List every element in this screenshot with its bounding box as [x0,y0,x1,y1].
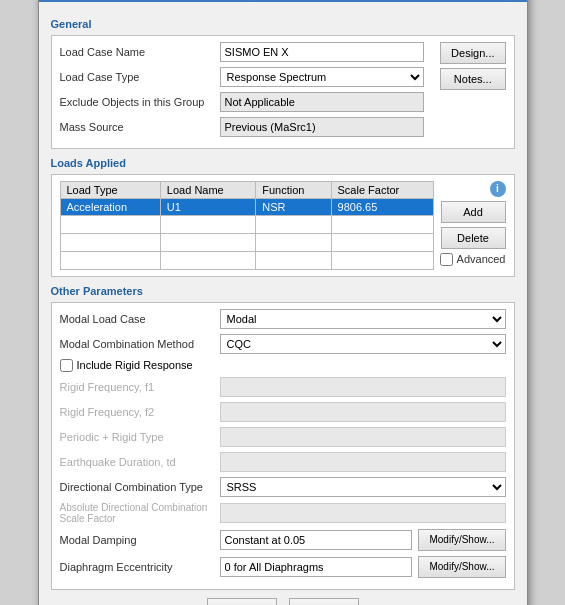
table-row[interactable]: Acceleration U1 NSR 9806.65 [60,198,433,215]
include-rigid-checkbox[interactable] [60,359,73,372]
other-params-section-label: Other Parameters [51,285,515,297]
diaphragm-eccentricity-modify-button[interactable]: Modify/Show... [418,556,505,578]
exclude-objects-row: Exclude Objects in this Group [60,92,425,112]
loads-applied-section: Load Type Load Name Function Scale Facto… [51,174,515,277]
load-case-name-input[interactable] [220,42,425,62]
earthquake-duration-row: Earthquake Duration, td [60,452,506,472]
loads-table-container: Load Type Load Name Function Scale Facto… [60,181,434,270]
directional-combination-label: Directional Combination Type [60,481,220,493]
modal-load-case-row: Modal Load Case Modal [60,309,506,329]
loads-side-panel: i Add Delete Advanced [440,181,506,270]
abs-directional-row: Absolute Directional Combination Scale F… [60,502,506,524]
ok-button[interactable]: OK [207,598,277,606]
modal-combination-row: Modal Combination Method CQC [60,334,506,354]
load-case-type-row: Load Case Type Response Spectrum [60,67,425,87]
cell-function: NSR [256,198,331,215]
modal-combination-label: Modal Combination Method [60,338,220,350]
cell-scale-factor: 9806.65 [331,198,433,215]
add-button[interactable]: Add [441,201,506,223]
advanced-checkbox-row: Advanced [440,253,506,266]
periodic-rigid-input[interactable] [220,427,506,447]
general-section-label: General [51,18,515,30]
mass-source-row: Mass Source [60,117,425,137]
rigid-freq-f2-row: Rigid Frequency, f2 [60,402,506,422]
cell-load-type: Acceleration [60,198,160,215]
modal-damping-label: Modal Damping [60,534,220,546]
load-case-type-label: Load Case Type [60,71,220,83]
info-icon[interactable]: i [490,181,506,197]
general-section: Load Case Name Load Case Type Response S… [51,35,515,149]
col-load-type: Load Type [60,181,160,198]
cell-load-name: U1 [160,198,255,215]
load-case-type-select[interactable]: Response Spectrum [220,67,425,87]
rigid-freq-f1-input[interactable] [220,377,506,397]
modal-damping-modify-button[interactable]: Modify/Show... [418,529,505,551]
include-rigid-label: Include Rigid Response [77,359,193,371]
diaphragm-eccentricity-input[interactable] [220,557,413,577]
empty-row-1 [60,215,433,233]
include-rigid-row: Include Rigid Response [60,359,506,372]
footer-buttons: OK Cancel [51,598,515,606]
cancel-button[interactable]: Cancel [289,598,359,606]
loads-table: Load Type Load Name Function Scale Facto… [60,181,434,270]
advanced-label: Advanced [457,253,506,265]
rigid-freq-f2-input[interactable] [220,402,506,422]
rigid-freq-f1-label: Rigid Frequency, f1 [60,381,220,393]
load-case-name-row: Load Case Name [60,42,425,62]
empty-row-3 [60,251,433,269]
col-scale-factor: Scale Factor [331,181,433,198]
diaphragm-eccentricity-row: Diaphragm Eccentricity Modify/Show... [60,556,506,578]
advanced-checkbox[interactable] [440,253,453,266]
empty-row-2 [60,233,433,251]
periodic-rigid-label: Periodic + Rigid Type [60,431,220,443]
mass-source-input [220,117,425,137]
modal-load-case-label: Modal Load Case [60,313,220,325]
periodic-rigid-row: Periodic + Rigid Type [60,427,506,447]
earthquake-duration-input[interactable] [220,452,506,472]
directional-combination-select[interactable]: SRSS [220,477,506,497]
other-params-section: Modal Load Case Modal Modal Combination … [51,302,515,590]
load-case-name-label: Load Case Name [60,46,220,58]
col-load-name: Load Name [160,181,255,198]
exclude-objects-input [220,92,425,112]
abs-directional-input[interactable] [220,503,506,523]
exclude-objects-label: Exclude Objects in this Group [60,96,220,108]
directional-combination-row: Directional Combination Type SRSS [60,477,506,497]
abs-directional-label: Absolute Directional Combination Scale F… [60,502,220,524]
rigid-freq-f1-row: Rigid Frequency, f1 [60,377,506,397]
modal-combination-select[interactable]: CQC [220,334,506,354]
earthquake-duration-label: Earthquake Duration, td [60,456,220,468]
diaphragm-eccentricity-label: Diaphragm Eccentricity [60,561,220,573]
mass-source-label: Mass Source [60,121,220,133]
rigid-freq-f2-label: Rigid Frequency, f2 [60,406,220,418]
general-buttons: Design... Notes... [440,42,505,142]
col-function: Function [256,181,331,198]
modal-damping-row: Modal Damping Modify/Show... [60,529,506,551]
modal-damping-input[interactable] [220,530,413,550]
delete-button[interactable]: Delete [441,227,506,249]
design-button[interactable]: Design... [440,42,505,64]
modal-load-case-select[interactable]: Modal [220,309,506,329]
notes-button[interactable]: Notes... [440,68,505,90]
dialog-container: Load Case Data ✕ General Load Case Name … [38,0,528,605]
loads-applied-section-label: Loads Applied [51,157,515,169]
